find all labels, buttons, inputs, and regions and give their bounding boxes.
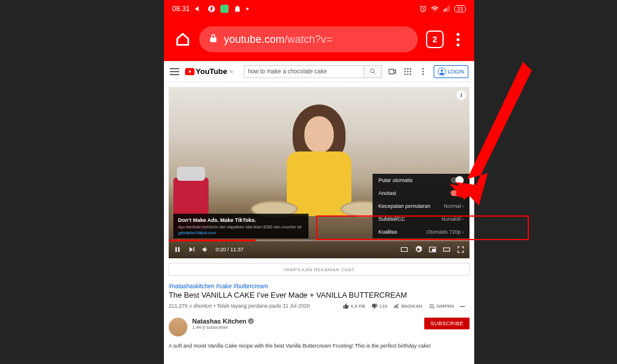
svg-point-11 bbox=[410, 68, 411, 70]
svg-rect-8 bbox=[389, 69, 394, 74]
video-stats: 211.276 x ditonton • Telah tayang perdan… bbox=[169, 303, 310, 309]
svg-point-16 bbox=[407, 73, 409, 75]
svg-rect-27 bbox=[432, 249, 435, 251]
menu-speed[interactable]: Kecepatan pemutaranNormal› bbox=[373, 200, 470, 213]
save-button[interactable]: SIMPAN bbox=[428, 303, 454, 309]
svg-rect-2 bbox=[444, 9, 445, 12]
search-input[interactable] bbox=[244, 65, 364, 78]
home-icon[interactable] bbox=[175, 31, 191, 48]
pause-icon[interactable] bbox=[173, 245, 182, 254]
youtube-header: YouTubeID LOGIN bbox=[164, 61, 474, 82]
ad-overlay[interactable]: Don't Make Ads. Make TikToks. Ayo kembal… bbox=[173, 214, 308, 238]
login-button[interactable]: LOGIN bbox=[434, 65, 468, 78]
svg-rect-24 bbox=[178, 247, 179, 252]
menu-subtitles[interactable]: Subtitel/CCNonaktif› bbox=[373, 213, 470, 225]
player-time: 0:20 / 11:37 bbox=[216, 247, 244, 252]
menu-quality[interactable]: KualitasOtomatis 720p› bbox=[373, 225, 470, 238]
battery-icon: 23 bbox=[454, 5, 466, 12]
shopee-icon bbox=[233, 5, 242, 13]
search-button[interactable] bbox=[364, 65, 382, 78]
menu-autoplay[interactable]: Putar otomatis bbox=[373, 174, 470, 187]
kebab-icon[interactable] bbox=[418, 67, 428, 76]
wifi-icon bbox=[431, 5, 439, 13]
tab-count[interactable]: 2 bbox=[426, 31, 444, 48]
player-settings-menu: Putar otomatis Anotasi Kecepatan pemutar… bbox=[373, 174, 470, 238]
svg-point-19 bbox=[422, 70, 424, 72]
svg-point-22 bbox=[441, 69, 443, 72]
dislike-button[interactable]: 116 bbox=[371, 303, 387, 309]
verified-icon: ✓ bbox=[248, 318, 254, 324]
browser-menu-icon[interactable] bbox=[452, 32, 464, 46]
url-path: /watch?v= bbox=[284, 33, 333, 45]
like-button[interactable]: 6,8 RB bbox=[343, 303, 365, 309]
video-description: A soft and moist Vanilla Cake recipe wit… bbox=[169, 342, 470, 350]
toggle-icon[interactable] bbox=[451, 177, 464, 183]
show-chat-button[interactable]: TAMPILKAN REKAMAN CHAT bbox=[169, 263, 470, 276]
svg-point-10 bbox=[407, 68, 409, 70]
fullscreen-icon[interactable] bbox=[457, 245, 465, 254]
facebook-icon bbox=[207, 5, 216, 13]
svg-point-12 bbox=[404, 70, 406, 72]
svg-rect-4 bbox=[447, 7, 448, 12]
miniplayer-icon[interactable] bbox=[428, 245, 437, 254]
url-host: youtube.com bbox=[224, 33, 284, 45]
subscriber-count: 1,44 jt subscriber bbox=[192, 325, 420, 330]
lock-icon bbox=[209, 33, 218, 46]
toggle-icon[interactable] bbox=[451, 190, 464, 196]
avatar[interactable] bbox=[169, 318, 187, 336]
create-icon[interactable] bbox=[388, 67, 397, 76]
svg-rect-3 bbox=[445, 8, 447, 12]
svg-point-7 bbox=[370, 69, 374, 72]
settings-icon[interactable] bbox=[414, 245, 422, 254]
info-icon[interactable]: i bbox=[457, 90, 466, 100]
browser-urlbar: youtube.com/watch?v= 2 bbox=[164, 18, 474, 61]
svg-rect-28 bbox=[444, 248, 450, 251]
url-field[interactable]: youtube.com/watch?v= bbox=[199, 26, 418, 52]
svg-point-9 bbox=[404, 68, 406, 70]
theater-icon[interactable] bbox=[442, 245, 451, 254]
svg-point-15 bbox=[404, 73, 406, 75]
svg-rect-23 bbox=[176, 247, 177, 252]
share-button[interactable]: BAGIKAN bbox=[393, 303, 422, 309]
alarm-icon bbox=[419, 5, 427, 13]
status-time: 08.31 bbox=[172, 5, 190, 13]
channel-name[interactable]: Natashas Kitchen✓ bbox=[192, 318, 420, 325]
svg-point-14 bbox=[410, 70, 411, 72]
next-icon[interactable] bbox=[187, 245, 196, 254]
youtube-logo[interactable]: YouTubeID bbox=[185, 67, 233, 76]
more-button[interactable]: ••• bbox=[460, 304, 465, 309]
app-icon bbox=[220, 5, 229, 13]
video-tags[interactable]: #natashaskitchen #cake #buttercream bbox=[169, 283, 470, 289]
more-dot bbox=[246, 8, 249, 10]
subscribe-button[interactable]: SUBSCRIBE bbox=[424, 318, 470, 329]
svg-point-17 bbox=[410, 73, 411, 75]
volume-icon[interactable] bbox=[202, 245, 210, 254]
volume-icon bbox=[195, 5, 203, 13]
phone-frame: 08.31 23 youtube.com/watch?v= 2 YouT bbox=[164, 0, 474, 364]
video-player[interactable]: i Don't Make Ads. Make TikToks. Ayo kemb… bbox=[169, 87, 470, 258]
apps-icon[interactable] bbox=[403, 67, 413, 76]
svg-point-13 bbox=[407, 70, 409, 72]
svg-rect-5 bbox=[448, 5, 450, 12]
cc-icon[interactable] bbox=[400, 245, 408, 254]
menu-annotations[interactable]: Anotasi bbox=[373, 187, 470, 200]
video-title: The Best VANILLA CAKE I've Ever Made + V… bbox=[169, 291, 470, 299]
status-bar: 08.31 23 bbox=[164, 0, 474, 18]
player-controls: 0:20 / 11:37 bbox=[169, 241, 470, 258]
svg-point-18 bbox=[422, 68, 424, 70]
hamburger-icon[interactable] bbox=[170, 68, 179, 75]
svg-rect-25 bbox=[401, 248, 408, 252]
svg-point-20 bbox=[422, 73, 424, 75]
signal-icon bbox=[442, 5, 451, 13]
